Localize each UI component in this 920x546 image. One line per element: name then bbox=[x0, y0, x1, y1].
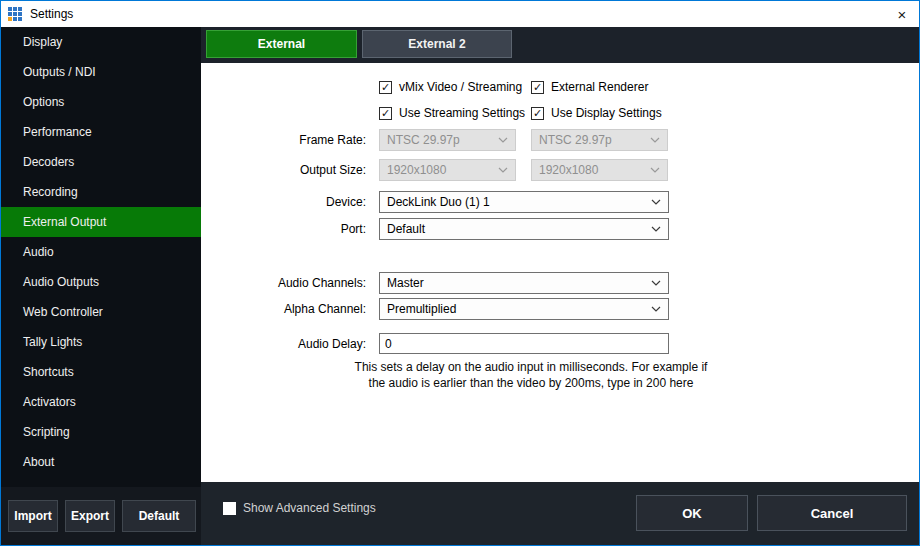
checkbox-checked-icon: ✓ bbox=[531, 81, 544, 94]
chevron-down-icon bbox=[650, 167, 660, 173]
audio-delay-help-line-1: This sets a delay on the audio input in … bbox=[341, 359, 721, 375]
frame-rate-value-1: NTSC 29.97p bbox=[387, 133, 460, 147]
chevron-down-icon bbox=[498, 167, 508, 173]
chevron-down-icon bbox=[650, 137, 660, 143]
external-output-panel: ✓ vMix Video / Streaming ✓ External Rend… bbox=[201, 63, 919, 482]
use-display-settings-checkbox[interactable]: ✓ Use Display Settings bbox=[531, 106, 662, 120]
chevron-down-icon bbox=[651, 199, 661, 205]
chevron-down-icon bbox=[498, 137, 508, 143]
device-label: Device: bbox=[201, 195, 366, 209]
checkbox-unchecked-icon bbox=[223, 502, 236, 515]
titlebar: Settings × bbox=[1, 1, 919, 27]
sidebar-item-audio-outputs[interactable]: Audio Outputs bbox=[1, 267, 201, 297]
checkbox-checked-icon: ✓ bbox=[531, 107, 544, 120]
export-button[interactable]: Export bbox=[65, 500, 115, 532]
chevron-down-icon bbox=[651, 306, 661, 312]
sidebar-item-outputs-ndi[interactable]: Outputs / NDI bbox=[1, 57, 201, 87]
sidebar-item-decoders[interactable]: Decoders bbox=[1, 147, 201, 177]
audio-delay-help: This sets a delay on the audio input in … bbox=[341, 359, 721, 391]
device-select[interactable]: DeckLink Duo (1) 1 bbox=[379, 191, 669, 213]
output-size-value-2: 1920x1080 bbox=[539, 163, 598, 177]
tab-external-2[interactable]: External 2 bbox=[362, 30, 512, 58]
external-renderer-label: External Renderer bbox=[551, 80, 648, 94]
frame-rate-select-2: NTSC 29.97p bbox=[531, 129, 668, 151]
audio-delay-help-line-2: the audio is earlier than the video by 2… bbox=[341, 375, 721, 391]
sidebar-item-audio[interactable]: Audio bbox=[1, 237, 201, 267]
tab-strip: External External 2 bbox=[201, 27, 919, 63]
output-size-value-1: 1920x1080 bbox=[387, 163, 446, 177]
port-value: Default bbox=[387, 222, 425, 236]
cancel-button[interactable]: Cancel bbox=[757, 495, 907, 531]
vmix-video-streaming-label: vMix Video / Streaming bbox=[399, 80, 522, 94]
alpha-channel-label: Alpha Channel: bbox=[201, 302, 366, 316]
vmix-video-streaming-checkbox[interactable]: ✓ vMix Video / Streaming bbox=[379, 80, 522, 94]
port-label: Port: bbox=[201, 222, 366, 236]
port-select[interactable]: Default bbox=[379, 218, 669, 240]
chevron-down-icon bbox=[651, 280, 661, 286]
checkbox-checked-icon: ✓ bbox=[379, 107, 392, 120]
audio-channels-value: Master bbox=[387, 276, 424, 290]
show-advanced-settings-label: Show Advanced Settings bbox=[243, 501, 376, 515]
close-icon[interactable]: × bbox=[885, 1, 919, 27]
show-advanced-settings-checkbox[interactable]: Show Advanced Settings bbox=[223, 501, 376, 515]
audio-delay-label: Audio Delay: bbox=[201, 337, 366, 351]
frame-rate-label: Frame Rate: bbox=[201, 133, 366, 147]
vmix-logo-icon bbox=[8, 7, 22, 21]
use-streaming-settings-checkbox[interactable]: ✓ Use Streaming Settings bbox=[379, 106, 525, 120]
ok-button[interactable]: OK bbox=[636, 495, 748, 531]
sidebar-item-options[interactable]: Options bbox=[1, 87, 201, 117]
tab-external[interactable]: External bbox=[206, 30, 357, 58]
output-size-label: Output Size: bbox=[201, 163, 366, 177]
output-size-select-2: 1920x1080 bbox=[531, 159, 668, 181]
sidebar-item-performance[interactable]: Performance bbox=[1, 117, 201, 147]
sidebar-item-about[interactable]: About bbox=[1, 447, 201, 477]
device-value: DeckLink Duo (1) 1 bbox=[387, 195, 490, 209]
sidebar-item-external-output[interactable]: External Output bbox=[1, 207, 201, 237]
sidebar-footer: Import Export Default bbox=[1, 487, 201, 545]
sidebar-item-web-controller[interactable]: Web Controller bbox=[1, 297, 201, 327]
checkbox-checked-icon: ✓ bbox=[379, 81, 392, 94]
default-button[interactable]: Default bbox=[122, 500, 196, 532]
alpha-channel-value: Premultiplied bbox=[387, 302, 456, 316]
audio-channels-label: Audio Channels: bbox=[201, 276, 366, 290]
window-title: Settings bbox=[30, 7, 73, 21]
sidebar: Display Outputs / NDI Options Performanc… bbox=[1, 27, 201, 545]
sidebar-item-activators[interactable]: Activators bbox=[1, 387, 201, 417]
import-button[interactable]: Import bbox=[8, 500, 58, 532]
footer-bar: Show Advanced Settings OK Cancel bbox=[201, 482, 919, 545]
audio-channels-select[interactable]: Master bbox=[379, 272, 669, 294]
settings-window: Settings × Display Outputs / NDI Options… bbox=[0, 0, 920, 546]
sidebar-item-display[interactable]: Display bbox=[1, 27, 201, 57]
alpha-channel-select[interactable]: Premultiplied bbox=[379, 298, 669, 320]
chevron-down-icon bbox=[651, 226, 661, 232]
use-streaming-settings-label: Use Streaming Settings bbox=[399, 106, 525, 120]
sidebar-item-shortcuts[interactable]: Shortcuts bbox=[1, 357, 201, 387]
sidebar-item-recording[interactable]: Recording bbox=[1, 177, 201, 207]
audio-delay-input[interactable] bbox=[379, 333, 669, 354]
sidebar-item-scripting[interactable]: Scripting bbox=[1, 417, 201, 447]
sidebar-item-tally-lights[interactable]: Tally Lights bbox=[1, 327, 201, 357]
frame-rate-value-2: NTSC 29.97p bbox=[539, 133, 612, 147]
frame-rate-select-1: NTSC 29.97p bbox=[379, 129, 516, 151]
use-display-settings-label: Use Display Settings bbox=[551, 106, 662, 120]
external-renderer-checkbox[interactable]: ✓ External Renderer bbox=[531, 80, 648, 94]
output-size-select-1: 1920x1080 bbox=[379, 159, 516, 181]
